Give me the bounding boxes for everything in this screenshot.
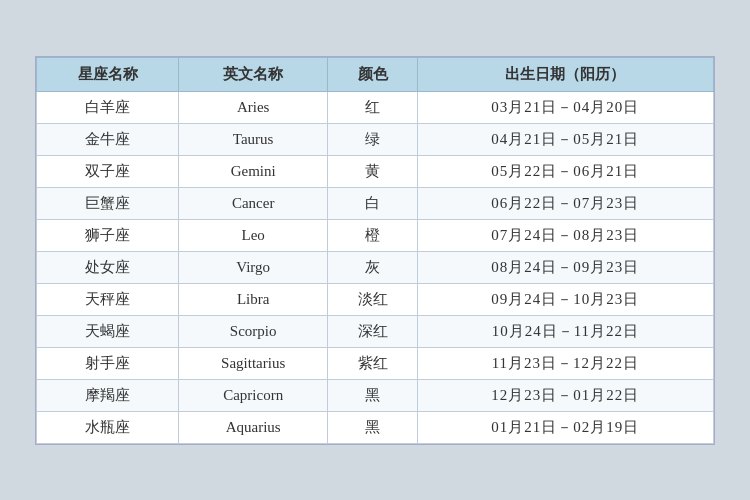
cell-dates: 07月24日－08月23日 [417, 219, 713, 251]
cell-english-name: Taurus [179, 123, 328, 155]
table-row: 巨蟹座Cancer白06月22日－07月23日 [37, 187, 714, 219]
cell-color: 灰 [328, 251, 417, 283]
header-chinese-name: 星座名称 [37, 57, 179, 91]
cell-chinese-name: 水瓶座 [37, 411, 179, 443]
cell-chinese-name: 天蝎座 [37, 315, 179, 347]
cell-color: 黑 [328, 379, 417, 411]
cell-color: 深红 [328, 315, 417, 347]
cell-dates: 01月21日－02月19日 [417, 411, 713, 443]
cell-english-name: Aquarius [179, 411, 328, 443]
cell-english-name: Libra [179, 283, 328, 315]
header-english-name: 英文名称 [179, 57, 328, 91]
zodiac-table: 星座名称 英文名称 颜色 出生日期（阳历） 白羊座Aries红03月21日－04… [35, 56, 715, 445]
cell-color: 绿 [328, 123, 417, 155]
cell-dates: 05月22日－06月21日 [417, 155, 713, 187]
cell-chinese-name: 白羊座 [37, 91, 179, 123]
cell-english-name: Virgo [179, 251, 328, 283]
cell-english-name: Leo [179, 219, 328, 251]
cell-dates: 04月21日－05月21日 [417, 123, 713, 155]
cell-color: 橙 [328, 219, 417, 251]
table-row: 天蝎座Scorpio深红10月24日－11月22日 [37, 315, 714, 347]
cell-dates: 06月22日－07月23日 [417, 187, 713, 219]
cell-chinese-name: 摩羯座 [37, 379, 179, 411]
cell-english-name: Sagittarius [179, 347, 328, 379]
cell-color: 黑 [328, 411, 417, 443]
cell-chinese-name: 双子座 [37, 155, 179, 187]
table-row: 射手座Sagittarius紫红11月23日－12月22日 [37, 347, 714, 379]
table-row: 处女座Virgo灰08月24日－09月23日 [37, 251, 714, 283]
table-row: 狮子座Leo橙07月24日－08月23日 [37, 219, 714, 251]
cell-color: 红 [328, 91, 417, 123]
table-row: 双子座Gemini黄05月22日－06月21日 [37, 155, 714, 187]
cell-color: 紫红 [328, 347, 417, 379]
cell-english-name: Scorpio [179, 315, 328, 347]
cell-dates: 08月24日－09月23日 [417, 251, 713, 283]
table-row: 白羊座Aries红03月21日－04月20日 [37, 91, 714, 123]
cell-dates: 11月23日－12月22日 [417, 347, 713, 379]
cell-chinese-name: 射手座 [37, 347, 179, 379]
cell-dates: 03月21日－04月20日 [417, 91, 713, 123]
header-dates: 出生日期（阳历） [417, 57, 713, 91]
cell-dates: 09月24日－10月23日 [417, 283, 713, 315]
cell-english-name: Capricorn [179, 379, 328, 411]
cell-chinese-name: 狮子座 [37, 219, 179, 251]
table-row: 金牛座Taurus绿04月21日－05月21日 [37, 123, 714, 155]
cell-chinese-name: 处女座 [37, 251, 179, 283]
cell-english-name: Gemini [179, 155, 328, 187]
cell-chinese-name: 巨蟹座 [37, 187, 179, 219]
cell-dates: 12月23日－01月22日 [417, 379, 713, 411]
cell-dates: 10月24日－11月22日 [417, 315, 713, 347]
cell-english-name: Aries [179, 91, 328, 123]
table-row: 水瓶座Aquarius黑01月21日－02月19日 [37, 411, 714, 443]
cell-chinese-name: 金牛座 [37, 123, 179, 155]
cell-color: 淡红 [328, 283, 417, 315]
cell-english-name: Cancer [179, 187, 328, 219]
cell-color: 黄 [328, 155, 417, 187]
header-color: 颜色 [328, 57, 417, 91]
table-row: 天秤座Libra淡红09月24日－10月23日 [37, 283, 714, 315]
table-header-row: 星座名称 英文名称 颜色 出生日期（阳历） [37, 57, 714, 91]
cell-chinese-name: 天秤座 [37, 283, 179, 315]
cell-color: 白 [328, 187, 417, 219]
table-row: 摩羯座Capricorn黑12月23日－01月22日 [37, 379, 714, 411]
